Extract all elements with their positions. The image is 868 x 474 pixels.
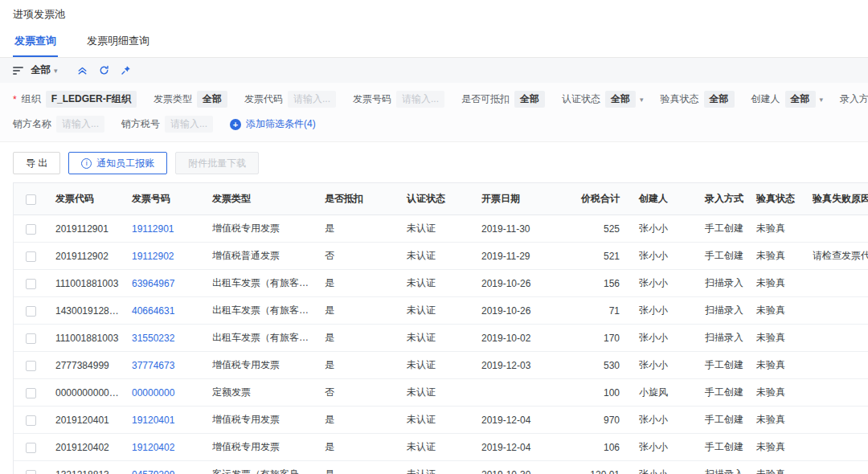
table-cell [806, 379, 868, 407]
pin-icon[interactable] [120, 64, 132, 76]
table-cell: 是 [318, 434, 400, 461]
table-cell: 是 [318, 325, 400, 352]
row-checkbox[interactable] [26, 333, 36, 344]
filter-field-value[interactable]: 全部 [785, 91, 816, 108]
table-cell [806, 270, 868, 297]
table-cell: 未验真 [750, 352, 806, 379]
invoice-number-link[interactable]: 04579209 [132, 469, 174, 474]
row-checkbox[interactable] [26, 415, 36, 426]
table-cell: 2019120402 [49, 434, 125, 461]
row-checkbox[interactable] [26, 443, 36, 453]
invoice-number-link[interactable]: 63964967 [132, 278, 174, 289]
table-cell: 手工创建 [698, 352, 750, 379]
refresh-icon[interactable] [98, 64, 110, 76]
table-cell: 增值税普通发票 [206, 243, 318, 270]
table-row: 201912040219120402增值税专用发票是未认证2019-12-041… [14, 434, 868, 461]
row-checkbox[interactable] [26, 224, 36, 235]
table-cell: 未认证 [400, 379, 475, 407]
row-checkbox-cell [14, 297, 49, 325]
table-cell: 170 [544, 325, 633, 352]
row-checkbox[interactable] [26, 470, 36, 474]
row-checkbox[interactable] [26, 279, 36, 289]
filter-field-value[interactable]: 全部 [605, 91, 636, 108]
table-cell: 客运发票（有旅客身份信... [206, 461, 318, 474]
add-filter-condition-link[interactable]: +添加筛选条件(4) [230, 117, 316, 131]
filter-field-input[interactable]: 请输入... [288, 91, 336, 108]
invoice-number-link[interactable]: 40664631 [132, 305, 174, 317]
filter-field-value[interactable]: 全部 [514, 91, 545, 108]
chevron-down-icon: ▾ [54, 67, 58, 75]
table-cell: 2019-10-02 [475, 325, 544, 352]
table-cell: 2019-11-30 [475, 215, 544, 243]
invoice-number-link[interactable]: 37774673 [132, 360, 174, 371]
table-row: 11100188100331550232出租车发票（有旅客身份...是未认证20… [14, 325, 868, 352]
filter-field-label: 销方税号 [121, 117, 160, 131]
filter-fields-row2: 销方名称请输入...销方税号请输入...+添加筛选条件(4) [0, 108, 868, 133]
table-row: 277738499937774673增值税专用发票是未认证2019-12-035… [14, 352, 868, 379]
row-checkbox-cell [14, 215, 49, 243]
filter-fields-row1: *组织F_LEDGER-F组织发票类型全部发票代码请输入...发票号码请输入..… [0, 83, 868, 108]
collapse-icon[interactable] [76, 64, 88, 76]
filter-field-value[interactable]: F_LEDGER-F组织 [46, 91, 137, 108]
table-cell: 2019-10-26 [475, 297, 544, 325]
table-cell: 出租车发票（有旅客身份... [206, 297, 318, 325]
table-cell: 970 [544, 407, 633, 434]
table-row: 13212188131304579209客运发票（有旅客身份信...是未认证20… [14, 461, 868, 474]
filter-field: 创建人全部▾ [751, 91, 824, 108]
table-cell: 未验真 [750, 215, 806, 243]
filter-field-input[interactable]: 请输入... [56, 116, 104, 133]
invoice-number-link[interactable]: 19112902 [132, 251, 174, 262]
filter-scheme-select[interactable]: 全部 ▾ [31, 63, 58, 77]
table-cell: 请检查发票代码、号 [806, 243, 868, 270]
table-cell [806, 325, 868, 352]
invoice-number-link[interactable]: 00000000 [132, 387, 174, 398]
table-cell: 未验真 [750, 461, 806, 474]
row-checkbox[interactable] [26, 361, 36, 371]
table-row: 11100188100363964967出租车发票（有旅客身份...是未认证20… [14, 270, 868, 297]
column-header-verify-status: 验真状态 [750, 183, 806, 215]
export-button[interactable]: 导 出 [13, 152, 60, 174]
row-checkbox[interactable] [26, 388, 36, 398]
table-cell: 小旋风 [633, 379, 698, 407]
table-cell: 张小小 [633, 461, 698, 474]
table-cell: 31550232 [125, 325, 206, 352]
table-cell: 是 [318, 407, 400, 434]
table-cell [806, 407, 868, 434]
table-cell [806, 461, 868, 474]
filter-field-value[interactable]: 全部 [197, 91, 227, 108]
table-cell: 未认证 [400, 215, 475, 243]
add-filter-condition-label: 添加筛选条件(4) [246, 117, 316, 131]
table-cell [806, 297, 868, 325]
notify-employee-button[interactable]: i 通知员工报账 [68, 152, 167, 174]
invoice-number-link[interactable]: 31550232 [132, 333, 174, 344]
filter-field-label: 发票类型 [154, 92, 192, 106]
table-cell: 增值税专用发票 [206, 407, 318, 434]
select-all-checkbox[interactable] [26, 194, 36, 205]
table-cell: 张小小 [633, 434, 698, 461]
filter-field-input[interactable]: 请输入... [165, 116, 213, 133]
row-checkbox[interactable] [26, 306, 36, 317]
filter-field: 录入方式全部 [840, 91, 868, 108]
row-checkbox[interactable] [26, 251, 36, 262]
row-checkbox-cell [14, 325, 49, 352]
invoice-number-link[interactable]: 19120401 [132, 415, 174, 426]
column-header-invoice-number: 发票号码 [125, 183, 206, 215]
table-cell: 手工创建 [698, 243, 750, 270]
filter-field-value[interactable]: 全部 [704, 91, 735, 108]
table-cell: 2019112902 [49, 243, 125, 270]
invoice-number-link[interactable]: 19112901 [132, 223, 174, 235]
table-cell: 37774673 [125, 352, 206, 379]
filter-scheme-value: 全部 [31, 63, 51, 77]
invoice-number-link[interactable]: 19120402 [132, 442, 174, 453]
filter-icon[interactable] [13, 67, 23, 75]
tab-invoice-detail-query[interactable]: 发票明细查询 [85, 26, 151, 57]
table-row: 201911290219112902增值税普通发票否未认证2019-11-295… [14, 243, 868, 270]
filter-field-input[interactable]: 请输入... [396, 91, 444, 108]
table-cell: 未认证 [400, 325, 475, 352]
table-cell: 未认证 [400, 297, 475, 325]
table-cell: 19112902 [125, 243, 206, 270]
table-cell: 530 [544, 352, 633, 379]
table-cell: 是 [318, 215, 400, 243]
plus-circle-icon: + [230, 119, 241, 130]
tab-invoice-query[interactable]: 发票查询 [13, 26, 58, 57]
